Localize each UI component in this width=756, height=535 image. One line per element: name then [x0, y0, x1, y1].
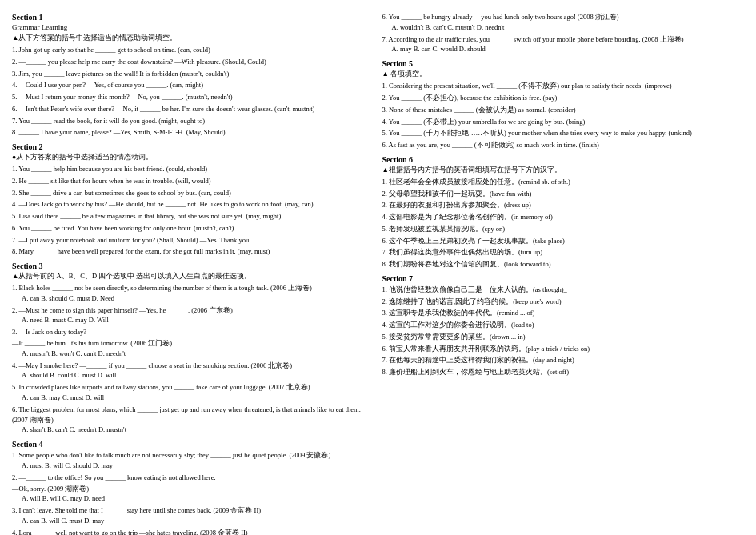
right-column: 6. You ______ be hungry already —you had…	[382, 8, 745, 535]
s7-q4: 4. 这宣的工作对这少的你委会进行说明。(lead to)	[382, 320, 745, 330]
section4: Section 4 1. Some people who don't like …	[12, 440, 374, 535]
s1-q8-text: 8. ______ I have your name, please? —Yes…	[12, 127, 374, 138]
section5-title: Section 5	[382, 59, 745, 68]
s4-q3-text: 3. I can't leave. She told me that I ___…	[12, 505, 374, 516]
s6-q3: 3. 在最好的衣服和打扮出席参加聚会。(dress up)	[382, 200, 745, 210]
s3-q1-options: A. can B. should C. must D. Need	[22, 294, 374, 304]
s3-q3: 3. —Is Jack on duty today? —It ______ be…	[12, 327, 374, 358]
s4-q4: 4. Lora ______ well not want to go on th…	[12, 528, 374, 535]
s2-q4-text: 4. —Does Jack go to work by bus? —He sho…	[12, 199, 374, 210]
s6-q2-text: 2. 父母希望我和孩子们一起玩耍。(have fun with)	[382, 189, 745, 199]
page-container: Section 1 Grammar Learning ▲从下方答案的括号中选择适…	[12, 8, 744, 535]
s4-q1-options: A. must B. will C. should D. may	[22, 461, 374, 471]
section5: Section 5 ▲ 各项填空。 1. Considering the pre…	[382, 59, 745, 150]
s3-q4-options: A. should B. could C. must D. will	[22, 371, 374, 381]
s3-q5-options: A. can B. may C. must D. will	[22, 393, 374, 403]
s7-q2-text: 2. 逸陈继持了他的诺言,因此了约容的候。(keep one's word)	[382, 297, 745, 307]
section4-cont: 6. You ______ be hungry already —you had…	[382, 12, 745, 54]
s5-q1-text: 1. Considering the present situation, we…	[382, 81, 745, 91]
section2-title: Section 2	[12, 142, 374, 151]
s6-q5: 5. 老师发现被监视某某情况呢。(spy on)	[382, 224, 745, 234]
s4c-q6-text: 6. You ______ be hungry already —you had…	[382, 12, 745, 22]
s4-q1-text: 1. Some people who don't like to talk mu…	[12, 450, 374, 461]
s7-q4-text: 4. 这宣的工作对这少的你委会进行说明。(lead to)	[382, 320, 745, 330]
section2: Section 2 ●从下方答案的括号中选择适当的情态动词。 1. You __…	[12, 142, 374, 257]
s6-q7-text: 7. 我们虽得这类意外事件也偶然出现的场。(turn up)	[382, 247, 745, 258]
s4c-q7-text: 7. According to the air traffic rules, y…	[382, 34, 745, 45]
section3: Section 3 ▲从括号前的 A、B、C、D 四个选项中 选出可以填入人生白…	[12, 262, 374, 435]
section1: Section 1 Grammar Learning ▲从下方答案的括号中选择适…	[12, 13, 374, 138]
section1-title: Section 1	[12, 13, 374, 22]
s1-q2: 2. —______ you please help me carry the …	[12, 57, 374, 67]
section7: Section 7 1. 他说他曾经数次偷像自己三是一位来人认的。(as tho…	[382, 274, 745, 377]
s3-q6-options: A. shan't B. can't C. needn't D. mustn't	[22, 425, 374, 435]
section3-instruction: ▲从括号前的 A、B、C、D 四个选项中 选出可以填入人生白点的最佳选项。	[12, 272, 374, 281]
section6: Section 6 ▲根据括号内方括号的英语词组填写在括号下方的汉字。 1. 社…	[382, 155, 745, 269]
section1-instruction: ▲从下方答案的括号中选择适当的情态助动词填空。	[12, 34, 374, 43]
section4-title: Section 4	[12, 440, 374, 449]
s6-q6-text: 6. 这个午季晚上三兄弟初次亮了一起发现事故。(take place)	[382, 236, 745, 246]
s2-q6-text: 6. You ______ be tired. You have been wo…	[12, 223, 374, 234]
s6-q8: 8. 我们期盼将吞地对这个信箱的回复。(look forward to)	[382, 259, 745, 269]
s7-q2: 2. 逸陈继持了他的诺言,因此了约容的候。(keep one's word)	[382, 297, 745, 307]
s2-q7: 7. —I put away your notebook and uniform…	[12, 235, 374, 246]
s6-q8-text: 8. 我们期盼将吞地对这个信箱的回复。(look forward to)	[382, 259, 745, 269]
s3-q6: 6. The biggest problem for most plans, w…	[12, 405, 374, 435]
left-column: Section 1 Grammar Learning ▲从下方答案的括号中选择适…	[12, 8, 374, 535]
s2-q5-text: 5. Lisa said there ______ be a few magaz…	[12, 211, 374, 222]
s5-q4-text: 4. You ______ (不必带上) your umbrella for w…	[382, 117, 745, 127]
s2-q6: 6. You ______ be tired. You have been wo…	[12, 223, 374, 234]
s2-q1-text: 1. You ______ help him because you are h…	[12, 164, 374, 174]
section6-title: Section 6	[382, 155, 745, 164]
s3-q4-text: 4. —May I smoke here? —______ if you ___…	[12, 361, 374, 371]
s7-q1-text: 1. 他说他曾经数次偷像自己三是一位来人认的。(as though)_	[382, 285, 745, 295]
s7-q3: 3. 这宣职专是承我使教徒的年代代。(remind ... of)	[382, 308, 745, 318]
s1-q3-text: 3. Jim, you ______ leave pictures on the…	[12, 69, 374, 79]
s3-q6-text: 6. The biggest problem for most plans, w…	[12, 405, 374, 425]
s6-q5-text: 5. 老师发现被监视某某情况呢。(spy on)	[382, 224, 745, 234]
s1-q5-text: 5. —Must I return your money this month?…	[12, 92, 374, 102]
s4-q2: 2. —______ to the office! So you ______ …	[12, 473, 374, 504]
s3-q3-text2: —It ______ be him. It's his turn tomorro…	[12, 338, 374, 349]
s7-q1: 1. 他说他曾经数次偷像自己三是一位来人认的。(as though)_	[382, 285, 745, 295]
s6-q6: 6. 这个午季晚上三兄弟初次亮了一起发现事故。(take place)	[382, 236, 745, 246]
s6-q2: 2. 父母希望我和孩子们一起玩耍。(have fun with)	[382, 189, 745, 199]
s5-q6-text: 6. As fast as you are, you ______ (不可能做完…	[382, 140, 745, 150]
s4c-q6-options: A. wouldn't B. can't C. mustn't D. needn…	[392, 23, 745, 33]
s7-q8: 8. 廉价理船上刚到火车，你恩经与地上助老英火站。(set off)	[382, 367, 745, 377]
s6-q4-text: 4. 这部电影是为了纪念那位著名创作的。(in memory of)	[382, 212, 745, 222]
s6-q1: 1. 社区老年会全体成员被接相应处的任意。(remind sb. of sth.…	[382, 177, 745, 187]
s3-q3-options: A. mustn't B. won't C. can't D. needn't	[22, 349, 374, 359]
s1-q7-text: 7. You ______ read the book, for it will…	[12, 116, 374, 126]
s2-q8: 8. Mary ______ have been well prepared f…	[12, 246, 374, 257]
s2-q1: 1. You ______ help him because you are h…	[12, 164, 374, 174]
s5-q2-text: 2. You ______ (不必担心), because the exhibi…	[382, 93, 745, 103]
s3-q5-text: 5. In crowded places like airports and r…	[12, 382, 374, 393]
section6-instruction: ▲根据括号内方括号的英语词组填写在括号下方的汉字。	[382, 166, 745, 175]
s2-q7-text: 7. —I put away your notebook and uniform…	[12, 235, 374, 246]
s7-q7: 7. 在他每天的精途中上受这样得我们家的祝福。(day and night)	[382, 355, 745, 365]
s1-q3: 3. Jim, you ______ leave pictures on the…	[12, 69, 374, 79]
s7-q8-text: 8. 廉价理船上刚到火车，你恩经与地上助老英火站。(set off)	[382, 367, 745, 377]
s3-q2-options: A. need B. must C. may D. Will	[22, 316, 374, 325]
s7-q7-text: 7. 在他每天的精途中上受这样得我们家的祝福。(day and night)	[382, 355, 745, 365]
s4-q4-text: 4. Lora ______ well not want to go on th…	[12, 528, 374, 535]
s7-q6: 6. 前宝人常来看人再朋友共开刚联系的诀窍。(play a trick / tr…	[382, 344, 745, 354]
s4c-q6: 6. You ______ be hungry already —you had…	[382, 12, 745, 33]
s1-q7: 7. You ______ read the book, for it will…	[12, 116, 374, 126]
s5-q5-text: 5. You ______ (千万不能拒绝……不听从) your mother …	[382, 128, 745, 138]
s3-q4: 4. —May I smoke here? —______ if you ___…	[12, 361, 374, 381]
section3-title: Section 3	[12, 262, 374, 270]
s5-q1: 1. Considering the present situation, we…	[382, 81, 745, 91]
s1-q1-text: 1. John got up early so that he ______ g…	[12, 45, 374, 55]
s6-q1-text: 1. 社区老年会全体成员被接相应处的任意。(remind sb. of sth.…	[382, 177, 745, 187]
s4-q3-options: A. can B. will C. must D. may	[22, 517, 374, 526]
s6-q3-text: 3. 在最好的衣服和打扮出席参加聚会。(dress up)	[382, 200, 745, 210]
s5-q3-text: 3. None of these mistakes ______ (会被认为是)…	[382, 105, 745, 115]
s2-q8-text: 8. Mary ______ have been well prepared f…	[12, 246, 374, 257]
s4-q3: 3. I can't leave. She told me that I ___…	[12, 505, 374, 526]
section2-instruction: ●从下方答案的括号中选择适当的情态动词。	[12, 153, 374, 162]
s2-q4: 4. —Does Jack go to work by bus? —He sho…	[12, 199, 374, 210]
s1-q6-text: 6. —Isn't that Peter's wife over there? …	[12, 104, 374, 114]
s1-q8: 8. ______ I have your name, please? —Yes…	[12, 127, 374, 138]
